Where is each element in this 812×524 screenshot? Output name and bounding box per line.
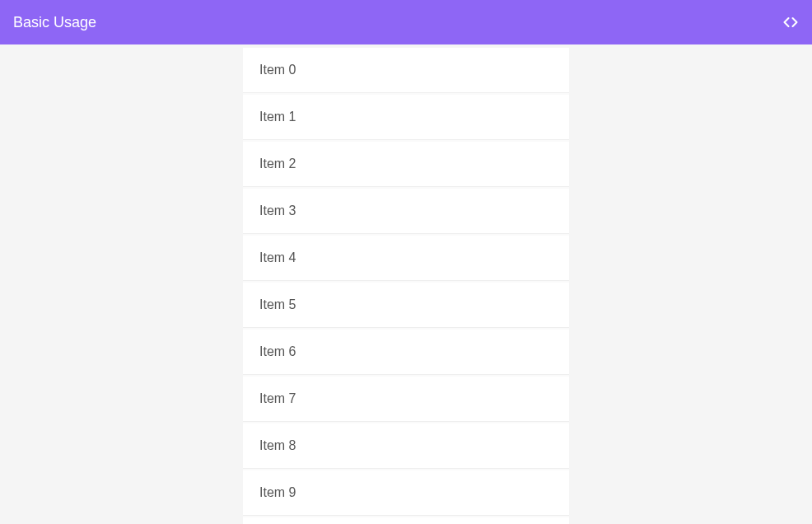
header-bar: Basic Usage (0, 0, 812, 44)
list-item[interactable]: Item 10 (243, 517, 569, 524)
list-item-label: Item 4 (259, 250, 296, 264)
list-item[interactable]: Item 5 (243, 283, 569, 328)
list-item-label: Item 8 (259, 438, 296, 452)
list-item-label: Item 6 (259, 344, 296, 358)
list-item[interactable]: Item 9 (243, 470, 569, 516)
list-item-label: Item 9 (259, 485, 296, 499)
list-item[interactable]: Item 2 (243, 142, 569, 187)
scrollable-list[interactable]: Item 0Item 1Item 2Item 3Item 4Item 5Item… (243, 48, 569, 524)
list-item[interactable]: Item 4 (243, 236, 569, 281)
list-item-label: Item 3 (259, 204, 296, 218)
list-item[interactable]: Item 7 (243, 377, 569, 422)
list-item[interactable]: Item 1 (243, 95, 569, 140)
code-toggle-icon[interactable] (782, 14, 799, 30)
list-item-label: Item 0 (259, 63, 296, 77)
list-item-label: Item 1 (259, 110, 296, 124)
list-item[interactable]: Item 8 (243, 423, 569, 469)
list-item[interactable]: Item 0 (243, 48, 569, 93)
header-title: Basic Usage (13, 14, 96, 31)
list-item[interactable]: Item 3 (243, 189, 569, 234)
list-item-label: Item 2 (259, 157, 296, 171)
list-item-label: Item 5 (259, 297, 296, 311)
content-area: Item 0Item 1Item 2Item 3Item 4Item 5Item… (0, 44, 812, 524)
list-item[interactable]: Item 6 (243, 330, 569, 375)
list-item-label: Item 7 (259, 391, 296, 405)
